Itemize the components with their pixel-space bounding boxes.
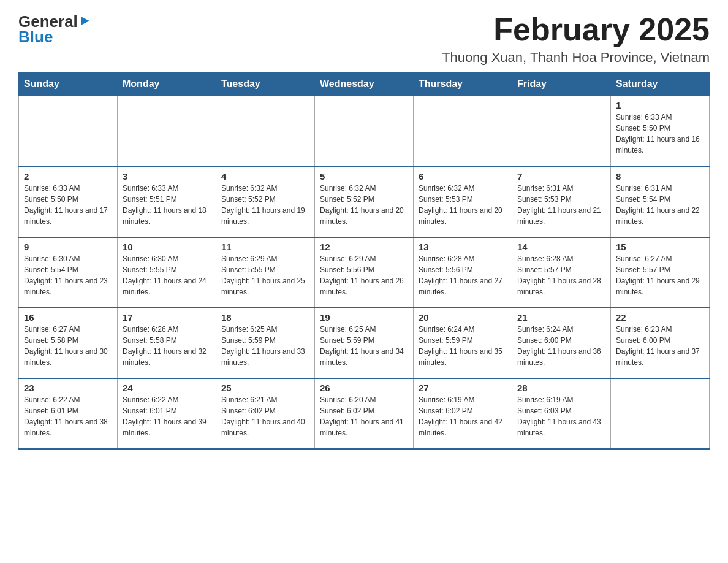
day-info-text: Daylight: 11 hours and 43 minutes. [517, 416, 605, 439]
day-info-text: Daylight: 11 hours and 26 minutes. [320, 275, 408, 297]
day-info-text: Sunset: 5:59 PM [221, 335, 309, 346]
calendar-cell: 11Sunrise: 6:29 AMSunset: 5:55 PMDayligh… [216, 237, 315, 308]
day-info-text: Daylight: 11 hours and 40 minutes. [221, 416, 309, 439]
day-info-text: Sunset: 6:01 PM [24, 405, 112, 416]
calendar-cell: 6Sunrise: 6:32 AMSunset: 5:53 PMDaylight… [414, 167, 512, 237]
day-info-text: Daylight: 11 hours and 20 minutes. [320, 205, 408, 227]
day-info-text: Sunrise: 6:25 AM [320, 324, 408, 335]
day-info-text: Sunrise: 6:31 AM [517, 183, 605, 194]
calendar-cell: 8Sunrise: 6:31 AMSunset: 5:54 PMDaylight… [611, 167, 710, 237]
day-info-text: Daylight: 11 hours and 28 minutes. [517, 275, 605, 297]
day-info-text: Sunrise: 6:32 AM [221, 183, 309, 194]
day-number: 3 [123, 171, 211, 182]
day-number: 28 [517, 383, 605, 393]
day-info-text: Sunset: 5:59 PM [419, 335, 507, 346]
day-info-text: Sunrise: 6:27 AM [24, 324, 112, 335]
calendar-cell [216, 96, 315, 167]
location-subtitle: Thuong Xuan, Thanh Hoa Province, Vietnam [442, 50, 710, 66]
day-info-text: Daylight: 11 hours and 18 minutes. [123, 205, 211, 227]
day-info-text: Sunset: 6:02 PM [419, 405, 507, 416]
day-info-text: Daylight: 11 hours and 34 minutes. [320, 346, 408, 368]
day-number: 1 [616, 100, 704, 110]
calendar-table: SundayMondayTuesdayWednesdayThursdayFrid… [18, 72, 710, 450]
calendar-cell [611, 378, 710, 449]
day-info-text: Sunrise: 6:19 AM [517, 394, 605, 405]
day-info-text: Daylight: 11 hours and 25 minutes. [221, 275, 309, 297]
logo-text-blue: Blue [18, 28, 53, 47]
day-number: 13 [419, 242, 507, 252]
day-info-text: Sunrise: 6:29 AM [221, 253, 309, 264]
day-info-text: Sunrise: 6:20 AM [320, 394, 408, 405]
calendar-cell: 18Sunrise: 6:25 AMSunset: 5:59 PMDayligh… [216, 308, 315, 378]
day-info-text: Sunset: 6:02 PM [221, 405, 309, 416]
logo-arrow-icon [80, 15, 91, 26]
day-info-text: Sunset: 5:55 PM [123, 264, 211, 275]
day-info-text: Sunrise: 6:29 AM [320, 253, 408, 264]
day-header-thursday: Thursday [414, 72, 512, 96]
day-info-text: Sunset: 5:56 PM [419, 264, 507, 275]
day-number: 4 [221, 171, 309, 182]
day-number: 7 [517, 171, 605, 182]
day-number: 2 [24, 171, 112, 182]
day-info-text: Daylight: 11 hours and 38 minutes. [24, 416, 112, 439]
title-area: February 2025 Thuong Xuan, Thanh Hoa Pro… [442, 12, 710, 66]
calendar-cell: 17Sunrise: 6:26 AMSunset: 5:58 PMDayligh… [118, 308, 216, 378]
calendar-week-row: 2Sunrise: 6:33 AMSunset: 5:50 PMDaylight… [19, 167, 710, 237]
day-info-text: Sunset: 6:00 PM [517, 335, 605, 346]
calendar-cell [512, 96, 611, 167]
day-info-text: Sunset: 5:54 PM [24, 264, 112, 275]
calendar-cell: 16Sunrise: 6:27 AMSunset: 5:58 PMDayligh… [19, 308, 118, 378]
calendar-cell [118, 96, 216, 167]
day-number: 14 [517, 242, 605, 252]
day-info-text: Sunrise: 6:32 AM [320, 183, 408, 194]
day-info-text: Sunset: 5:52 PM [221, 194, 309, 205]
day-info-text: Sunrise: 6:24 AM [419, 324, 507, 335]
day-number: 16 [24, 312, 112, 323]
day-number: 9 [24, 242, 112, 252]
calendar-cell: 13Sunrise: 6:28 AMSunset: 5:56 PMDayligh… [414, 237, 512, 308]
day-info-text: Sunset: 5:53 PM [517, 194, 605, 205]
day-header-saturday: Saturday [611, 72, 710, 96]
calendar-week-row: 23Sunrise: 6:22 AMSunset: 6:01 PMDayligh… [19, 378, 710, 449]
day-info-text: Daylight: 11 hours and 37 minutes. [616, 346, 704, 368]
day-info-text: Sunset: 5:51 PM [123, 194, 211, 205]
day-number: 24 [123, 383, 211, 393]
day-info-text: Sunset: 5:53 PM [419, 194, 507, 205]
day-info-text: Daylight: 11 hours and 20 minutes. [419, 205, 507, 227]
day-info-text: Sunset: 5:52 PM [320, 194, 408, 205]
day-info-text: Sunset: 5:56 PM [320, 264, 408, 275]
day-info-text: Sunset: 5:57 PM [616, 264, 704, 275]
day-info-text: Sunrise: 6:33 AM [616, 112, 704, 123]
calendar-week-row: 9Sunrise: 6:30 AMSunset: 5:54 PMDaylight… [19, 237, 710, 308]
calendar-cell: 9Sunrise: 6:30 AMSunset: 5:54 PMDaylight… [19, 237, 118, 308]
day-number: 25 [221, 383, 309, 393]
day-info-text: Sunset: 5:54 PM [616, 194, 704, 205]
day-info-text: Daylight: 11 hours and 33 minutes. [221, 346, 309, 368]
day-number: 6 [419, 171, 507, 182]
calendar-cell: 2Sunrise: 6:33 AMSunset: 5:50 PMDaylight… [19, 167, 118, 237]
day-header-tuesday: Tuesday [216, 72, 315, 96]
day-header-sunday: Sunday [19, 72, 118, 96]
day-info-text: Sunrise: 6:33 AM [123, 183, 211, 194]
day-info-text: Daylight: 11 hours and 21 minutes. [517, 205, 605, 227]
day-info-text: Sunrise: 6:22 AM [24, 394, 112, 405]
day-number: 18 [221, 312, 309, 323]
day-info-text: Sunrise: 6:32 AM [419, 183, 507, 194]
day-info-text: Sunset: 5:50 PM [24, 194, 112, 205]
day-info-text: Daylight: 11 hours and 30 minutes. [24, 346, 112, 368]
day-number: 5 [320, 171, 408, 182]
calendar-cell: 7Sunrise: 6:31 AMSunset: 5:53 PMDaylight… [512, 167, 611, 237]
calendar-cell [19, 96, 118, 167]
day-info-text: Daylight: 11 hours and 19 minutes. [221, 205, 309, 227]
calendar-cell: 10Sunrise: 6:30 AMSunset: 5:55 PMDayligh… [118, 237, 216, 308]
calendar-cell [315, 96, 414, 167]
calendar-cell: 14Sunrise: 6:28 AMSunset: 5:57 PMDayligh… [512, 237, 611, 308]
day-number: 12 [320, 242, 408, 252]
day-info-text: Sunset: 6:02 PM [320, 405, 408, 416]
day-info-text: Daylight: 11 hours and 17 minutes. [24, 205, 112, 227]
day-info-text: Sunrise: 6:30 AM [123, 253, 211, 264]
day-info-text: Sunset: 5:50 PM [616, 123, 704, 134]
day-info-text: Sunset: 5:55 PM [221, 264, 309, 275]
day-info-text: Sunrise: 6:23 AM [616, 324, 704, 335]
day-info-text: Sunrise: 6:26 AM [123, 324, 211, 335]
